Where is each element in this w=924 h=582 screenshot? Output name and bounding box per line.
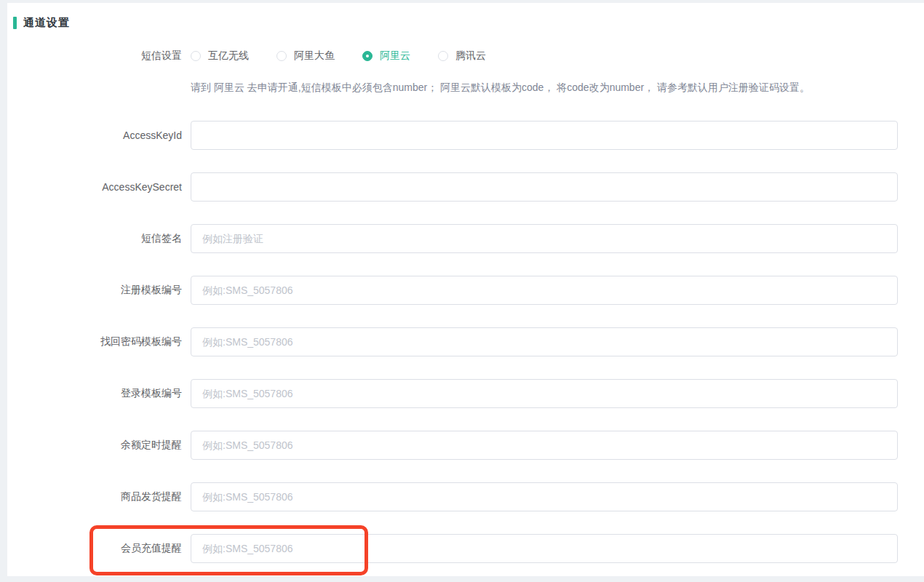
form-row: 会员充值提醒 [7,534,924,563]
field-label-access-key-id: AccessKeyId [7,129,182,141]
field-label-login-template-id: 登录模板编号 [7,387,182,400]
field-label-password-recovery-template-id: 找回密码模板编号 [7,335,182,348]
sms-provider-label: 短信设置 [7,49,182,63]
radio-button-icon [438,51,448,61]
radio-button-icon [191,51,201,61]
form-row: 找回密码模板编号 [7,327,924,356]
field-input-shipping-reminder-template-id[interactable] [191,482,898,511]
field-label-balance-reminder-template-id: 余额定时提醒 [7,439,182,452]
channel-settings-card: 通道设置 短信设置 互亿无线 阿里大鱼 阿里云 腾讯云 请到 阿里云 去申请开通… [7,3,924,576]
radio-option-label: 互亿无线 [208,49,249,63]
provider-help-text: 请到 阿里云 去申请开通,短信模板中必须包含number； 阿里云默认模板为co… [191,81,924,94]
field-input-balance-reminder-template-id[interactable] [191,431,898,460]
section-header: 通道设置 [7,3,924,30]
field-label-member-recharge-reminder-template-id: 会员充值提醒 [7,542,182,555]
field-input-access-key-id[interactable] [191,121,898,150]
field-input-password-recovery-template-id[interactable] [191,327,898,356]
form-fields: AccessKeyId AccessKeySecret 短信签名 注册模板编号 … [7,121,924,563]
field-input-login-template-id[interactable] [191,379,898,408]
section-title: 通道设置 [23,16,70,30]
field-input-register-template-id[interactable] [191,276,898,305]
radio-button-icon [276,51,287,61]
form-row: 短信签名 [7,224,924,253]
form-row: 商品发货提醒 [7,482,924,511]
radio-option-label: 阿里大鱼 [294,49,335,63]
field-input-access-key-secret[interactable] [191,172,898,202]
radio-button-icon [362,51,373,61]
form-row: AccessKeyId [7,121,924,150]
radio-option-aliyun[interactable]: 阿里云 [362,49,410,63]
radio-option-tencent-cloud[interactable]: 腾讯云 [438,49,486,63]
radio-option-ali-dayu[interactable]: 阿里大鱼 [276,49,335,63]
section-accent-bar [13,17,17,29]
field-label-register-template-id: 注册模板编号 [7,284,182,297]
field-label-access-key-secret: AccessKeySecret [7,181,182,193]
field-input-member-recharge-reminder-template-id[interactable] [191,534,898,563]
form-row: 登录模板编号 [7,379,924,408]
form-row: 注册模板编号 [7,276,924,305]
sms-provider-radio-group: 互亿无线 阿里大鱼 阿里云 腾讯云 [191,49,514,63]
field-input-sms-signature[interactable] [191,224,898,253]
radio-option-huyi-wireless[interactable]: 互亿无线 [191,49,249,63]
radio-option-label: 腾讯云 [455,49,486,63]
field-label-shipping-reminder-template-id: 商品发货提醒 [7,490,182,503]
form-row: AccessKeySecret [7,172,924,202]
radio-option-label: 阿里云 [380,49,410,63]
field-label-sms-signature: 短信签名 [7,232,182,245]
provider-help-row: 请到 阿里云 去申请开通,短信模板中必须包含number； 阿里云默认模板为co… [191,81,924,94]
sms-provider-row: 短信设置 互亿无线 阿里大鱼 阿里云 腾讯云 [7,49,924,63]
form-row: 余额定时提醒 [7,431,924,460]
